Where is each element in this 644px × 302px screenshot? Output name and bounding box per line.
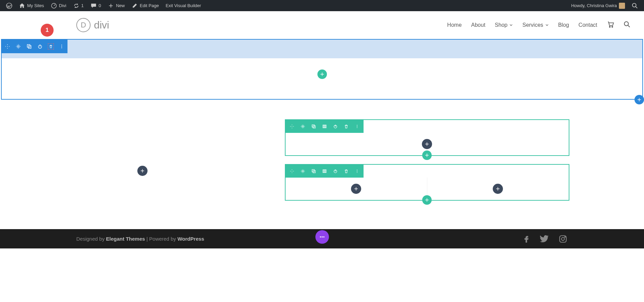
twitter-icon[interactable]	[540, 234, 549, 244]
svg-point-13	[302, 126, 303, 127]
footer-link-wordpress[interactable]: WordPress	[177, 236, 204, 242]
power-icon[interactable]	[332, 123, 338, 129]
more-icon[interactable]	[354, 168, 360, 174]
nav-shop-label: Shop	[495, 22, 507, 28]
footer-wrap: Designed by Elegant Themes | Powered by …	[0, 229, 644, 248]
delete-icon[interactable]	[343, 168, 349, 174]
svg-point-37	[321, 236, 323, 238]
duplicate-icon[interactable]	[311, 123, 317, 129]
builder-row-2[interactable]	[285, 164, 570, 201]
instagram-icon[interactable]	[558, 234, 568, 244]
add-section-button[interactable]	[635, 95, 644, 104]
comments-link[interactable]: 0	[87, 0, 104, 11]
nav-services-label: Services	[522, 22, 543, 28]
nav-services[interactable]: Services	[522, 22, 548, 28]
delete-icon[interactable]	[343, 123, 349, 129]
builder-area	[0, 39, 644, 229]
add-module-button[interactable]	[422, 139, 432, 149]
move-icon[interactable]	[4, 43, 11, 49]
add-module-button[interactable]	[493, 184, 503, 194]
nav-contact[interactable]: Contact	[579, 22, 597, 28]
svg-point-10	[61, 45, 62, 45]
builder-section[interactable]	[1, 39, 643, 100]
admin-search[interactable]	[628, 0, 641, 11]
power-icon[interactable]	[332, 168, 338, 174]
my-sites-link[interactable]: My Sites	[16, 0, 47, 11]
refresh-icon	[73, 3, 79, 9]
exit-vb-label: Exit Visual Builder	[165, 3, 201, 8]
columns-icon[interactable]	[321, 123, 328, 129]
new-label: New	[116, 3, 125, 8]
move-icon[interactable]	[289, 168, 295, 174]
row-toolbar	[286, 120, 364, 133]
gear-icon[interactable]	[300, 168, 306, 174]
svg-point-11	[61, 46, 62, 47]
comments-count: 0	[99, 3, 101, 8]
admin-bar-left: My Sites Divi 1 0 New	[3, 0, 204, 11]
logo-letter: D	[81, 21, 86, 29]
power-icon[interactable]	[37, 43, 43, 49]
more-icon[interactable]	[59, 43, 65, 49]
svg-rect-24	[312, 169, 314, 172]
svg-point-3	[609, 26, 610, 27]
add-row-below-button[interactable]	[422, 195, 432, 205]
nav-about-label: About	[471, 22, 485, 28]
add-module-button[interactable]	[137, 166, 148, 176]
footer-link-elegant[interactable]: Elegant Themes	[106, 236, 145, 242]
svg-rect-8	[28, 46, 31, 48]
nav-blog-label: Blog	[558, 22, 569, 28]
updates-link[interactable]: 1	[70, 0, 87, 11]
row-cell[interactable]	[427, 178, 569, 200]
section-header-band	[2, 40, 642, 58]
nav-shop[interactable]: Shop	[495, 22, 513, 28]
nav-about[interactable]: About	[471, 22, 485, 28]
site-header: D divi Home About Shop Services Blog Con…	[0, 11, 644, 39]
footer-social	[522, 234, 568, 244]
move-icon[interactable]	[289, 123, 295, 129]
nav-home[interactable]: Home	[447, 22, 462, 28]
howdy-link[interactable]: Howdy, Christina Gwira	[568, 0, 628, 11]
edit-page-link[interactable]: Edit Page	[128, 0, 162, 11]
new-link[interactable]: New	[104, 0, 128, 11]
logo-text: divi	[94, 19, 109, 31]
gear-icon[interactable]	[15, 43, 21, 49]
svg-rect-28	[325, 170, 326, 173]
updates-count: 1	[81, 3, 84, 8]
wp-admin-bar: My Sites Divi 1 0 New	[0, 0, 644, 11]
duplicate-icon[interactable]	[311, 168, 317, 174]
add-row-below-button[interactable]	[422, 150, 432, 160]
add-module-button[interactable]	[351, 184, 361, 194]
nav-home-label: Home	[447, 22, 462, 28]
header-search-button[interactable]	[624, 21, 630, 29]
lower-builder-area	[0, 109, 644, 229]
facebook-icon[interactable]	[522, 234, 531, 244]
annotation-badge-1: 1	[41, 24, 54, 37]
svg-point-2	[632, 3, 636, 7]
add-row-button[interactable]	[317, 69, 327, 79]
logo-circle: D	[76, 18, 91, 32]
exit-vb-link[interactable]: Exit Visual Builder	[162, 0, 204, 11]
svg-rect-27	[324, 170, 325, 173]
builder-menu-button[interactable]	[315, 230, 329, 244]
site-name-link[interactable]: Divi	[47, 0, 70, 11]
delete-icon[interactable]	[48, 43, 54, 49]
site-logo[interactable]: D divi	[76, 18, 109, 32]
duplicate-icon[interactable]	[26, 43, 32, 49]
chevron-down-icon	[509, 22, 513, 28]
builder-row-1[interactable]	[285, 119, 570, 156]
svg-point-36	[320, 236, 321, 238]
howdy-label: Howdy, Christina Gwira	[571, 3, 617, 8]
avatar	[619, 3, 625, 9]
wp-logo[interactable]	[3, 0, 16, 11]
more-icon[interactable]	[354, 123, 360, 129]
nav-blog[interactable]: Blog	[558, 22, 569, 28]
columns-icon[interactable]	[321, 168, 328, 174]
svg-rect-15	[313, 126, 315, 128]
search-icon	[632, 3, 638, 9]
edit-page-label: Edit Page	[140, 3, 159, 8]
svg-rect-17	[324, 125, 325, 128]
row-cell[interactable]	[286, 178, 427, 200]
gear-icon[interactable]	[300, 123, 306, 129]
svg-point-35	[565, 236, 565, 237]
cart-button[interactable]	[607, 21, 614, 29]
